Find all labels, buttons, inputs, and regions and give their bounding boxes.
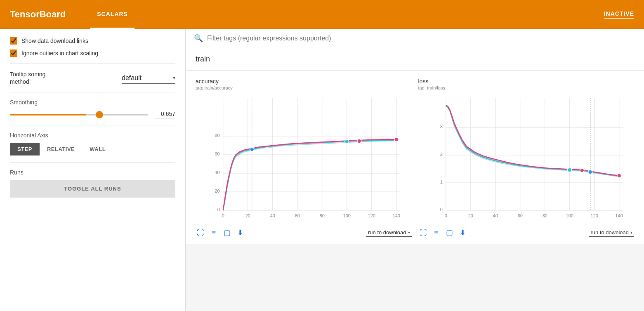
axis-step-button[interactable]: STEP xyxy=(10,143,40,156)
chart-accuracy-canvas[interactable]: 0 20 40 60 80 0 xyxy=(196,94,412,226)
loss-download-icon[interactable]: ⬇ xyxy=(458,228,468,237)
smoothing-label: Smoothing xyxy=(10,99,175,106)
svg-text:40: 40 xyxy=(493,213,498,218)
tooltip-select[interactable]: default ▾ xyxy=(122,73,175,84)
chart-loss-tag: tag: train/loss xyxy=(418,85,635,90)
content-area: 🔍 train accuracy tag: train/accuracy xyxy=(186,29,644,311)
accuracy-run-download-arrow-icon: ▾ xyxy=(408,230,410,235)
ignore-outliers-label: Ignore outliers in chart scaling xyxy=(21,50,98,57)
ignore-outliers-checkbox[interactable] xyxy=(10,49,17,57)
loss-run-download[interactable]: run to download ▾ xyxy=(589,229,634,237)
loss-run-download-label: run to download xyxy=(590,229,629,236)
svg-point-58 xyxy=(567,168,571,172)
filter-bar: 🔍 xyxy=(186,29,644,48)
app-header: TensorBoard SCALARS INACTIVE xyxy=(0,0,644,29)
axis-relative-button[interactable]: RELATIVE xyxy=(40,143,82,156)
chart-accuracy-toolbar: ⛶ ≡ ▢ ⬇ run to download ▾ xyxy=(196,226,412,240)
chart-accuracy: accuracy tag: train/accuracy 0 20 40 xyxy=(192,75,415,240)
loss-run-download-arrow-icon: ▾ xyxy=(630,230,632,235)
accuracy-chart-svg: 0 20 40 60 80 0 xyxy=(196,94,412,226)
header-nav: SCALARS xyxy=(90,0,134,29)
svg-text:100: 100 xyxy=(343,213,351,218)
smoothing-row: 0.657 xyxy=(10,111,175,118)
chart-loss-toolbar: ⛶ ≡ ▢ ⬇ run to download ▾ xyxy=(418,226,635,240)
svg-text:20: 20 xyxy=(245,213,250,218)
svg-text:40: 40 xyxy=(215,170,220,175)
tooltip-row: Tooltip sortingmethod: default ▾ xyxy=(10,71,175,85)
chart-loss-title: loss xyxy=(418,78,635,85)
divider-1 xyxy=(10,64,175,64)
loss-chart-svg: 0 1 2 3 0 20 40 xyxy=(418,94,635,226)
svg-text:120: 120 xyxy=(590,213,598,218)
app-title: TensorBoard xyxy=(10,9,66,20)
svg-text:140: 140 xyxy=(393,213,400,218)
show-download-row: Show data download links xyxy=(10,37,175,45)
runs-label: Runs xyxy=(10,169,175,176)
svg-text:60: 60 xyxy=(517,213,522,218)
svg-text:80: 80 xyxy=(215,133,220,138)
tooltip-select-arrow-icon: ▾ xyxy=(173,75,175,81)
svg-text:40: 40 xyxy=(270,213,275,218)
axis-buttons: STEP RELATIVE WALL xyxy=(10,143,175,156)
svg-text:60: 60 xyxy=(215,151,220,156)
svg-text:140: 140 xyxy=(615,213,623,218)
svg-text:0: 0 xyxy=(222,213,224,218)
show-download-checkbox[interactable] xyxy=(10,37,17,45)
toggle-all-runs-button[interactable]: TOGGLE ALL RUNS xyxy=(10,180,175,198)
svg-text:3: 3 xyxy=(440,124,442,129)
svg-text:20: 20 xyxy=(215,188,220,193)
chart-accuracy-title: accuracy xyxy=(196,78,412,85)
filter-input[interactable] xyxy=(207,35,636,42)
charts-row: accuracy tag: train/accuracy 0 20 40 xyxy=(186,71,644,244)
ignore-outliers-row: Ignore outliers in chart scaling xyxy=(10,49,175,57)
svg-text:0: 0 xyxy=(440,207,442,212)
show-download-label: Show data download links xyxy=(21,38,88,44)
svg-point-61 xyxy=(588,170,592,174)
svg-point-59 xyxy=(580,168,584,172)
divider-2 xyxy=(10,92,175,92)
svg-text:20: 20 xyxy=(468,213,473,218)
svg-text:1: 1 xyxy=(440,179,442,184)
header-status: INACTIVE xyxy=(604,10,634,19)
divider-4 xyxy=(10,162,175,163)
svg-text:60: 60 xyxy=(295,213,300,218)
svg-point-60 xyxy=(617,174,621,178)
svg-rect-0 xyxy=(223,98,401,209)
svg-point-28 xyxy=(345,139,349,144)
chart-accuracy-tag: tag: train/accuracy xyxy=(196,85,412,90)
sidebar: Show data download links Ignore outliers… xyxy=(0,29,186,311)
svg-point-31 xyxy=(250,147,254,151)
smoothing-slider[interactable] xyxy=(10,114,148,115)
search-icon: 🔍 xyxy=(194,34,203,43)
tooltip-label: Tooltip sortingmethod: xyxy=(10,71,45,85)
chart-loss-canvas[interactable]: 0 1 2 3 0 20 40 xyxy=(418,94,635,226)
list-icon[interactable]: ≡ xyxy=(209,229,219,237)
svg-text:120: 120 xyxy=(368,213,375,218)
svg-text:2: 2 xyxy=(440,152,442,157)
loss-expand-icon[interactable]: ⛶ xyxy=(418,229,428,237)
divider-3 xyxy=(10,125,175,125)
main-layout: Show data download links Ignore outliers… xyxy=(0,29,644,311)
download-icon[interactable]: ⬇ xyxy=(235,228,245,237)
svg-text:80: 80 xyxy=(542,213,547,218)
accuracy-run-download[interactable]: run to download ▾ xyxy=(366,229,412,237)
expand-icon[interactable]: ⛶ xyxy=(196,229,205,237)
tooltip-select-value: default xyxy=(122,74,145,82)
loss-list-icon[interactable]: ≡ xyxy=(432,229,441,237)
horiz-axis-label: Horizontal Axis xyxy=(10,132,175,139)
svg-text:100: 100 xyxy=(566,213,573,218)
section-title: train xyxy=(186,48,644,71)
svg-point-30 xyxy=(394,137,399,141)
nav-scalars[interactable]: SCALARS xyxy=(90,0,134,29)
smoothing-value: 0.657 xyxy=(155,111,175,118)
accuracy-run-download-label: run to download xyxy=(368,229,406,236)
svg-text:0: 0 xyxy=(444,213,447,218)
crop-icon[interactable]: ▢ xyxy=(222,228,232,237)
svg-text:80: 80 xyxy=(320,213,325,218)
chart-loss: loss tag: train/loss 0 1 2 3 xyxy=(415,75,638,240)
svg-text:0: 0 xyxy=(217,207,220,212)
axis-wall-button[interactable]: WALL xyxy=(82,143,113,156)
charts-section: train accuracy tag: train/accuracy 0 xyxy=(186,48,644,244)
loss-crop-icon[interactable]: ▢ xyxy=(445,228,455,237)
svg-point-29 xyxy=(357,139,361,143)
